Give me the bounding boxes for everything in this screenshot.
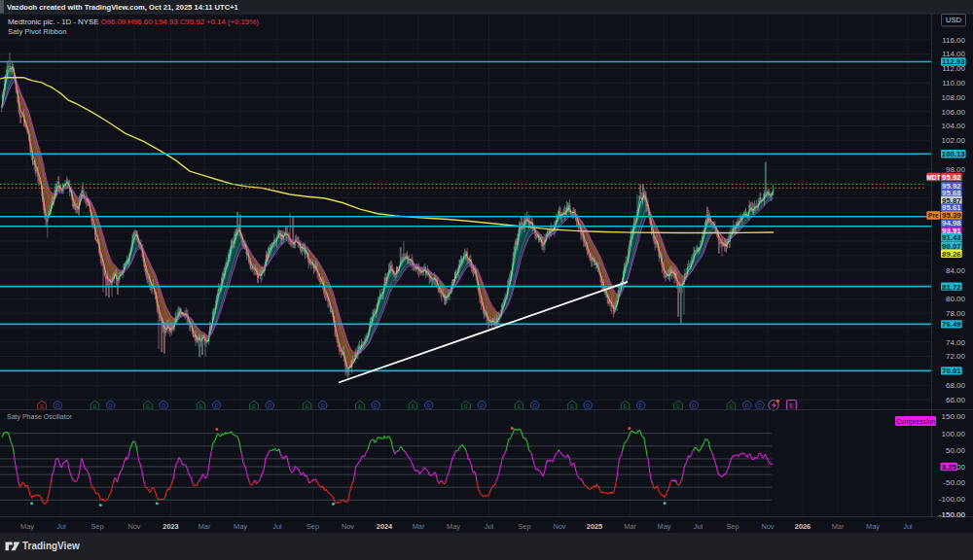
svg-text:E: E (92, 403, 96, 409)
svg-text:MDT: MDT (926, 174, 941, 181)
svg-text:3.25: 3.25 (942, 463, 957, 472)
svg-text:D: D (758, 402, 763, 408)
svg-text:E: E (305, 403, 308, 409)
svg-text:80.00: 80.00 (946, 295, 966, 303)
svg-text:68.00: 68.00 (946, 381, 966, 390)
svg-text:2025: 2025 (587, 522, 602, 531)
svg-text:Pre: Pre (928, 212, 939, 219)
svg-text:E: E (729, 403, 733, 409)
svg-text:110.00: 110.00 (942, 79, 965, 88)
svg-text:-100.00: -100.00 (939, 495, 966, 504)
svg-text:104.00: 104.00 (942, 122, 966, 130)
svg-text:Mar: Mar (413, 522, 425, 531)
svg-text:Compression: Compression (896, 418, 935, 426)
svg-text:Jul: Jul (694, 522, 703, 531)
svg-text:74.00: 74.00 (946, 338, 966, 347)
svg-text:70.01: 70.01 (942, 367, 961, 375)
svg-text:76.49: 76.49 (942, 320, 961, 329)
svg-text:Medtronic plc. - 1D - NYSE O9: Medtronic plc. - 1D - NYSE O96.09 H96.60… (8, 18, 259, 26)
svg-text:D: D (162, 402, 166, 408)
svg-text:D: D (268, 402, 272, 408)
svg-text:May: May (866, 522, 880, 531)
svg-text:May: May (658, 522, 671, 531)
svg-text:Vazdooh created with TradingVi: Vazdooh created with TradingView.com, Oc… (7, 3, 239, 12)
svg-text:106.00: 106.00 (942, 108, 966, 117)
svg-text:D: D (745, 402, 750, 408)
svg-text:Jul: Jul (903, 522, 913, 531)
svg-text:84.00: 84.00 (946, 266, 966, 275)
svg-text:100.13: 100.13 (942, 150, 966, 158)
svg-text:D: D (480, 402, 485, 408)
svg-text:-150.00: -150.00 (939, 510, 966, 519)
svg-text:Jul: Jul (56, 522, 66, 531)
svg-text:66.00: 66.00 (946, 396, 966, 404)
svg-text:Jul: Jul (272, 522, 282, 531)
svg-text:E: E (358, 403, 362, 409)
svg-text:May: May (234, 522, 247, 531)
svg-text:Saty Pivot Ribbon: Saty Pivot Ribbon (8, 27, 66, 36)
svg-text:E: E (623, 403, 627, 409)
svg-text:Mar: Mar (832, 522, 845, 531)
svg-text:89.26: 89.26 (942, 250, 961, 259)
svg-text:May: May (447, 522, 460, 531)
svg-text:Saty Phase Oscillator: Saty Phase Oscillator (7, 413, 73, 421)
svg-text:TradingView: TradingView (22, 541, 80, 551)
svg-text:D: D (109, 402, 114, 408)
svg-text:Sep: Sep (90, 522, 103, 531)
svg-text:Mar: Mar (624, 522, 636, 531)
svg-text:E: E (198, 403, 202, 409)
svg-text:D: D (586, 402, 591, 408)
svg-text:100.00: 100.00 (942, 430, 966, 438)
svg-text:Sep: Sep (306, 522, 319, 531)
svg-text:E: E (411, 403, 414, 409)
svg-text:50.00: 50.00 (946, 446, 966, 455)
svg-text:D: D (692, 402, 697, 408)
svg-text:Mar: Mar (198, 522, 211, 531)
svg-text:2023: 2023 (162, 522, 178, 531)
svg-text:Jul: Jul (485, 522, 494, 531)
svg-text:Sep: Sep (726, 522, 739, 531)
svg-text:116.00: 116.00 (942, 36, 965, 45)
svg-text:Nov: Nov (127, 522, 140, 531)
svg-text:2024: 2024 (377, 522, 393, 531)
svg-text:78.00: 78.00 (946, 309, 966, 318)
svg-text:95.92: 95.92 (942, 173, 961, 182)
svg-text:D: D (374, 402, 378, 408)
svg-text:D: D (321, 402, 326, 408)
svg-text:D: D (533, 402, 538, 408)
svg-text:USD: USD (946, 16, 961, 24)
svg-text:D: D (427, 402, 432, 408)
svg-text:E: E (146, 403, 150, 409)
svg-text:Nov: Nov (342, 522, 354, 531)
svg-text:Sep: Sep (518, 522, 530, 531)
svg-text:E: E (517, 403, 521, 409)
svg-text:108.00: 108.00 (942, 93, 966, 102)
svg-text:72.00: 72.00 (946, 352, 966, 361)
svg-text:81.72: 81.72 (942, 283, 961, 292)
svg-text:Nov: Nov (553, 522, 565, 531)
svg-text:E: E (570, 403, 574, 409)
svg-text:E: E (252, 403, 256, 409)
svg-text:102.00: 102.00 (942, 136, 966, 145)
svg-text:150.00: 150.00 (942, 412, 966, 421)
svg-text:Nov: Nov (761, 522, 774, 531)
svg-text:E: E (789, 402, 794, 409)
svg-text:2026: 2026 (795, 522, 811, 531)
svg-text:E: E (676, 403, 680, 409)
svg-text:D: D (55, 402, 60, 408)
svg-text:E: E (40, 403, 44, 409)
svg-text:E: E (464, 403, 468, 409)
svg-text:-50.00: -50.00 (943, 478, 965, 487)
svg-text:May: May (20, 522, 34, 531)
svg-text:D: D (639, 402, 644, 408)
svg-text:D: D (215, 402, 220, 408)
svg-text:112.93: 112.93 (942, 57, 965, 66)
